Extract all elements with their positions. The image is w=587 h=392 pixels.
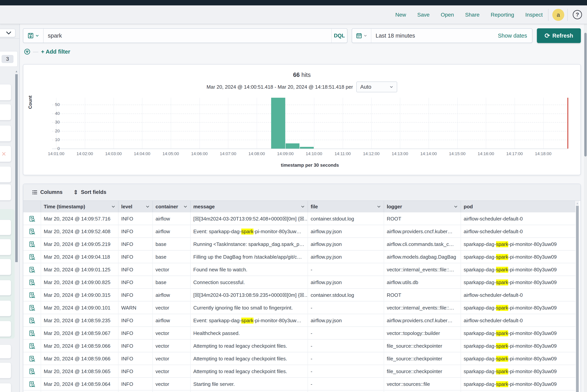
time-range-value[interactable]: Last 18 minutes (371, 32, 498, 39)
column-header-container[interactable]: container (153, 201, 190, 212)
saved-queries-button[interactable] (23, 29, 44, 42)
table-row[interactable]: Mar 20, 2024 @ 14:09:05.219 INFO base Ru… (23, 238, 576, 250)
table-row[interactable]: Mar 20, 2024 @ 14:09:52.408 INFO airflow… (23, 225, 576, 238)
sidebar-field-item[interactable] (0, 383, 11, 392)
sidebar-field-item[interactable] (0, 321, 11, 337)
cell-container: vector (153, 352, 190, 365)
x-tick-label: 14:02:00 (71, 151, 98, 156)
expand-document-button[interactable] (23, 314, 41, 327)
column-header-level[interactable]: level (118, 201, 153, 212)
cell-pod: sparkapp-dag-spark-pi-monitor-80y3uw09 (461, 276, 576, 289)
sidebar-field-item[interactable] (0, 300, 11, 316)
column-header-time[interactable]: Time (timestamp) (41, 201, 118, 212)
histogram-bar[interactable] (300, 147, 314, 148)
table-row[interactable]: Mar 20, 2024 @ 14:08:59.064 INFO vector … (23, 378, 576, 390)
expand-document-button[interactable] (23, 352, 41, 365)
sort-fields-button[interactable]: ⇕ Sort fields (74, 189, 106, 196)
x-tick-label: 14:09:00 (272, 151, 299, 156)
table-row[interactable]: Mar 20, 2024 @ 14:08:59.065 INFO vector … (23, 365, 576, 378)
table-row[interactable]: Mar 20, 2024 @ 14:09:00.825 INFO base Co… (23, 276, 576, 289)
scroll-up-icon[interactable]: ▲ (15, 70, 18, 73)
expand-document-button[interactable] (23, 212, 41, 225)
table-scrollbar[interactable]: ▲ (576, 201, 579, 392)
table-row[interactable]: Mar 20, 2024 @ 14:08:59.066 INFO vector … (23, 340, 576, 352)
expand-document-button[interactable] (23, 302, 41, 314)
expand-document-button[interactable] (23, 263, 41, 276)
query-language-button[interactable]: DQL (331, 29, 347, 42)
cell-pod: sparkapp-dag-spark-pi-monitor-80y3uw09 (461, 302, 576, 314)
sidebar-field-item[interactable]: × (0, 146, 11, 162)
expand-document-button[interactable] (23, 327, 41, 340)
sidebar-scrollbar[interactable]: ▲ (15, 70, 18, 382)
expand-document-button[interactable] (23, 340, 41, 352)
table-row[interactable]: Mar 20, 2024 @ 14:09:00.315 INFO airflow… (23, 289, 576, 302)
expand-document-button[interactable] (23, 238, 41, 250)
topnav-item-open[interactable]: Open (441, 12, 454, 18)
expand-document-button[interactable] (23, 378, 41, 390)
cell-logger: file_source::checkpointer (384, 340, 461, 352)
cell-logger: airflow.models.dagbag.DagBag (384, 250, 461, 263)
x-tick-label: 14:15:00 (444, 151, 471, 156)
table-row[interactable]: Mar 20, 2024 @ 14:09:00.101 WARN vector … (23, 302, 576, 314)
table-scrollbar-thumb[interactable] (576, 206, 579, 392)
sidebar-field-item[interactable] (0, 344, 11, 358)
expand-document-button[interactable] (23, 365, 41, 378)
date-quick-select-button[interactable] (352, 29, 371, 42)
sidebar-field-item[interactable] (0, 125, 11, 142)
table-row[interactable]: Mar 20, 2024 @ 14:09:04.118 INFO base Fi… (23, 250, 576, 263)
cell-pod: airflow-scheduler-default-0 (461, 225, 576, 238)
x-tick-label: 14:08:00 (243, 151, 270, 156)
expand-document-button[interactable] (23, 250, 41, 263)
sidebar-field-item[interactable] (0, 259, 11, 275)
cell-logger: airflow.providers.cncf.kuber… (384, 314, 461, 327)
histogram-bar[interactable] (271, 98, 285, 148)
topnav-item-share[interactable]: Share (465, 12, 480, 18)
page-scrollbar[interactable] (584, 24, 587, 392)
help-icon[interactable]: ? (573, 10, 582, 19)
cell-time: Mar 20, 2024 @ 14:08:59.064 (41, 378, 118, 390)
sidebar-field-item[interactable] (0, 166, 11, 182)
sidebar-scrollbar-thumb[interactable] (15, 74, 18, 262)
show-dates-button[interactable]: Show dates (498, 32, 532, 39)
cell-level: INFO (118, 250, 153, 263)
sidebar-field-item[interactable] (0, 184, 11, 200)
sidebar-field-item[interactable] (0, 280, 11, 296)
expand-document-button[interactable] (23, 276, 41, 289)
table-row[interactable]: Mar 20, 2024 @ 14:09:01.125 INFO vector … (23, 263, 576, 276)
scroll-up-icon[interactable]: ▲ (576, 202, 579, 205)
expand-document-button[interactable] (23, 225, 41, 238)
topnav-item-reporting[interactable]: Reporting (491, 12, 514, 18)
table-row[interactable]: Mar 20, 2024 @ 14:09:57.716 INFO airflow… (23, 212, 576, 225)
sidebar-field-item[interactable] (0, 104, 11, 120)
page-scrollbar-thumb[interactable] (584, 33, 586, 156)
search-input[interactable] (44, 32, 331, 39)
expand-document-button[interactable] (23, 390, 41, 392)
histogram-bar[interactable] (286, 144, 300, 148)
sidebar-field-item[interactable] (0, 239, 11, 255)
column-header-message[interactable]: message (190, 201, 308, 212)
topnav-item-inspect[interactable]: Inspect (525, 12, 543, 18)
histogram-plot[interactable] (52, 98, 568, 148)
sidebar-collapse-button[interactable] (0, 29, 16, 37)
sidebar-count-box[interactable]: 3 (0, 51, 18, 67)
column-header-logger[interactable]: logger (384, 201, 461, 212)
columns-button[interactable]: Columns (32, 189, 63, 195)
column-header-file[interactable]: file (308, 201, 384, 212)
sidebar-field-item[interactable] (0, 84, 11, 100)
refresh-button[interactable]: ⟳ Refresh (537, 28, 581, 43)
topnav-item-new[interactable]: New (395, 12, 406, 18)
close-icon[interactable]: × (2, 150, 6, 158)
sidebar-field-item[interactable] (0, 220, 11, 235)
topnav-item-save[interactable]: Save (417, 12, 430, 18)
chevron-down-icon (377, 204, 381, 209)
table-row[interactable] (23, 390, 576, 392)
avatar[interactable]: a (552, 9, 564, 21)
add-filter-button[interactable]: + Add filter (41, 48, 70, 55)
expand-document-button[interactable] (23, 289, 41, 302)
table-row[interactable]: Mar 20, 2024 @ 14:08:59.067 INFO vector … (23, 327, 576, 340)
table-row[interactable]: Mar 20, 2024 @ 14:08:59.235 INFO airflow… (23, 314, 576, 327)
interval-select[interactable]: Auto (356, 82, 397, 92)
sidebar-field-item[interactable] (0, 362, 11, 378)
table-row[interactable]: Mar 20, 2024 @ 14:08:59.066 INFO vector … (23, 352, 576, 365)
filter-icon[interactable] (24, 48, 30, 55)
